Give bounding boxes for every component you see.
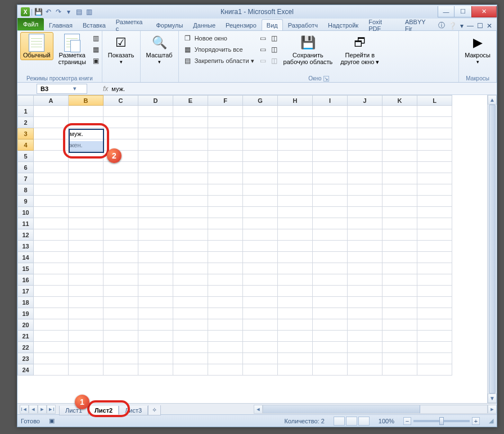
tab-review[interactable]: Рецензиро (220, 19, 262, 30)
cell-I23[interactable] (313, 353, 348, 364)
cell-A14[interactable] (34, 252, 69, 263)
cell-G23[interactable] (243, 353, 278, 364)
cell-L17[interactable] (417, 286, 452, 297)
cell-J16[interactable] (348, 274, 382, 286)
cell-K15[interactable] (382, 263, 417, 274)
cell-K1[interactable] (382, 106, 417, 117)
cell-I11[interactable] (313, 218, 348, 229)
cell-C1[interactable] (104, 106, 138, 117)
cell-C19[interactable] (104, 308, 138, 319)
cell-E22[interactable] (173, 342, 208, 353)
worksheet-grid[interactable]: ABCDEFGHIJKL123муж.4жен.5678910111213141… (17, 95, 497, 403)
cell-G5[interactable] (243, 151, 278, 162)
col-header-L[interactable]: L (417, 96, 452, 106)
row-header-19[interactable]: 19 (18, 308, 34, 319)
cell-C16[interactable] (104, 274, 138, 286)
col-header-H[interactable]: H (278, 96, 313, 106)
cell-I22[interactable] (313, 342, 348, 353)
cell-A21[interactable] (34, 331, 69, 342)
normal-view-button[interactable]: Обычный (20, 32, 53, 60)
cell-E13[interactable] (173, 241, 208, 252)
col-header-A[interactable]: A (34, 96, 69, 106)
cell-J4[interactable] (348, 139, 382, 151)
cell-L4[interactable] (417, 139, 452, 151)
cell-C15[interactable] (104, 263, 138, 274)
cell-I13[interactable] (313, 241, 348, 252)
minimize-button[interactable]: — (438, 6, 454, 17)
show-button[interactable]: ☑ Показать▾ (105, 32, 137, 67)
cell-J10[interactable] (348, 207, 382, 218)
cell-F15[interactable] (208, 263, 243, 274)
cell-B14[interactable] (69, 252, 104, 263)
cell-B1[interactable] (69, 106, 104, 117)
cell-J13[interactable] (348, 241, 382, 252)
cell-D8[interactable] (138, 184, 173, 196)
cell-E5[interactable] (173, 151, 208, 162)
cell-H13[interactable] (278, 241, 313, 252)
cell-L24[interactable] (417, 364, 452, 376)
cell-G20[interactable] (243, 319, 278, 331)
row-header-15[interactable]: 15 (18, 263, 34, 274)
cell-D20[interactable] (138, 319, 173, 331)
cell-A23[interactable] (34, 353, 69, 364)
cell-C23[interactable] (104, 353, 138, 364)
cell-F8[interactable] (208, 184, 243, 196)
cell-G15[interactable] (243, 263, 278, 274)
cell-J11[interactable] (348, 218, 382, 229)
cell-H6[interactable] (278, 162, 313, 173)
cell-B11[interactable] (69, 218, 104, 229)
cell-J7[interactable] (348, 173, 382, 184)
fullscreen-icon[interactable]: ▣ (91, 56, 99, 66)
cell-E21[interactable] (173, 331, 208, 342)
custom-view-icon[interactable]: ▦ (91, 44, 99, 55)
cell-A1[interactable] (34, 106, 69, 117)
cell-B23[interactable] (69, 353, 104, 364)
cell-J22[interactable] (348, 342, 382, 353)
cell-H16[interactable] (278, 274, 313, 286)
cell-D2[interactable] (138, 117, 173, 128)
col-header-J[interactable]: J (348, 96, 382, 106)
cell-F23[interactable] (208, 353, 243, 364)
switch-window-button[interactable]: 🗗 Перейти в другое окно ▾ (338, 32, 382, 67)
cell-C6[interactable] (104, 162, 138, 173)
vscroll-thumb[interactable] (489, 105, 496, 394)
cell-E9[interactable] (173, 196, 208, 207)
cell-L1[interactable] (417, 106, 452, 117)
cell-G19[interactable] (243, 308, 278, 319)
formula-value[interactable]: муж. (111, 85, 125, 92)
tab-developer[interactable]: Разработч (283, 19, 323, 30)
cell-E8[interactable] (173, 184, 208, 196)
qat-custom-icon[interactable]: ▾ (64, 7, 73, 16)
cell-E4[interactable] (173, 139, 208, 151)
cell-A13[interactable] (34, 241, 69, 252)
mdi-close-icon[interactable]: ✕ (487, 22, 492, 30)
cell-L20[interactable] (417, 319, 452, 331)
cell-D22[interactable] (138, 342, 173, 353)
cell-L9[interactable] (417, 196, 452, 207)
split-icon[interactable]: ▭ (258, 33, 267, 43)
cell-E11[interactable] (173, 218, 208, 229)
cell-F22[interactable] (208, 342, 243, 353)
cell-D19[interactable] (138, 308, 173, 319)
freeze-panes-button[interactable]: ▤Закрепить области ▾ (182, 56, 256, 66)
cell-B4[interactable]: жен. (69, 139, 104, 151)
tab-foxit[interactable]: Foxit PDF (363, 19, 400, 30)
row-header-5[interactable]: 5 (18, 151, 34, 162)
cell-I21[interactable] (313, 331, 348, 342)
cell-D3[interactable] (138, 128, 173, 139)
cell-K10[interactable] (382, 207, 417, 218)
cell-D6[interactable] (138, 162, 173, 173)
cell-J18[interactable] (348, 297, 382, 308)
cell-L22[interactable] (417, 342, 452, 353)
zoom-out-icon[interactable]: − (403, 417, 411, 425)
cell-C3[interactable] (104, 128, 138, 139)
cell-K19[interactable] (382, 308, 417, 319)
cell-D10[interactable] (138, 207, 173, 218)
row-header-12[interactable]: 12 (18, 229, 34, 241)
hide-icon[interactable]: ▭ (258, 44, 267, 55)
cell-F13[interactable] (208, 241, 243, 252)
tab-addins[interactable]: Надстройк (323, 19, 363, 30)
zoom-handle[interactable] (439, 417, 444, 425)
name-box[interactable]: ▾ (37, 84, 87, 94)
cell-A19[interactable] (34, 308, 69, 319)
